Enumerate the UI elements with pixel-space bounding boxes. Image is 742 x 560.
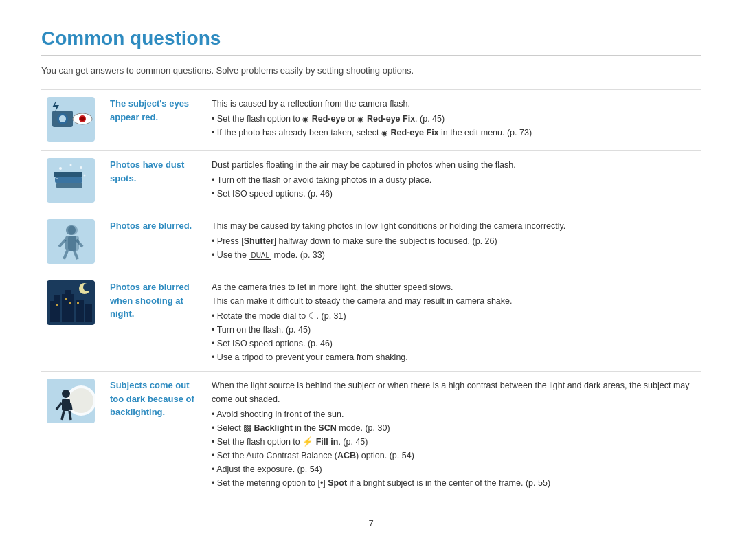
svg-point-16 [56,178,58,179]
svg-rect-10 [55,177,82,183]
svg-line-47 [69,411,71,420]
svg-point-13 [70,164,72,166]
svg-rect-27 [50,301,60,322]
subtitle: You can get answers to common questions.… [41,65,701,76]
row-image-night [41,273,103,372]
svg-point-3 [59,115,66,122]
table-row: Photos are blurred when shooting at nigh… [41,273,701,372]
svg-rect-21 [68,236,79,251]
row-desc-dust: Dust particles floating in the air may b… [206,151,701,212]
svg-point-38 [83,283,91,291]
title-divider [41,55,701,56]
table-row: Photos are blurred.This may be caused by… [41,212,701,273]
svg-rect-31 [76,300,84,322]
row-label-red-eye: The subject's eyes appear red. [103,90,206,151]
row-desc-night: As the camera tries to let in more light… [206,273,701,372]
table-row: Subjects come out too dark because of ba… [41,372,701,497]
row-image-red-eye [41,90,103,151]
svg-point-14 [80,166,82,169]
row-label-dust: Photos have dust spots. [103,151,206,212]
svg-point-7 [80,117,85,121]
row-desc-red-eye: This is caused by a reflection from the … [206,90,701,151]
svg-rect-33 [56,304,58,306]
page-number: 7 [41,518,701,528]
table-row: The subject's eyes appear red.This is ca… [41,90,701,151]
row-image-dust [41,151,103,212]
svg-rect-34 [65,298,67,300]
svg-rect-32 [85,304,92,322]
svg-rect-29 [62,294,74,322]
svg-rect-30 [65,290,71,294]
svg-rect-43 [62,399,70,411]
row-label-backlight: Subjects come out too dark because of ba… [103,372,206,497]
page-title: Common questions [41,27,701,49]
table-row: Photos have dust spots.Dust particles fl… [41,151,701,212]
row-image-backlight [41,372,103,497]
svg-rect-36 [77,302,79,304]
faq-table: The subject's eyes appear red.This is ca… [41,89,701,497]
svg-point-15 [84,175,86,177]
svg-point-42 [62,390,70,398]
svg-rect-11 [56,183,82,188]
svg-point-19 [68,225,78,235]
row-desc-backlight: When the light source is behind the subj… [206,372,701,497]
svg-rect-35 [69,302,71,304]
row-label-blurred: Photos are blurred. [103,212,206,273]
row-image-blurred [41,212,103,273]
row-label-night: Photos are blurred when shooting at nigh… [103,273,206,372]
row-desc-blurred: This may be caused by taking photos in l… [206,212,701,273]
svg-rect-28 [54,295,60,301]
svg-rect-9 [54,172,82,177]
svg-line-45 [70,403,71,410]
svg-point-12 [59,167,62,170]
